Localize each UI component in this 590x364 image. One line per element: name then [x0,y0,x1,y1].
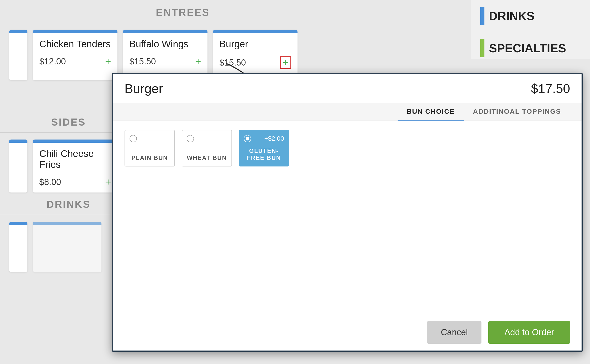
add-to-order-button[interactable]: Add to Order [488,321,570,344]
card-top-bar [9,140,27,143]
menu-card-partial-1 [9,30,27,80]
drinks-tab-label: DRINKS [489,9,535,23]
specialties-tab[interactable]: SPECIALTIES [471,32,590,64]
card-top-bar [123,30,207,33]
drinks-grid [9,215,128,279]
bun-option-gluten-free[interactable]: +$2.00 GLUTEN-FREE BUN [239,130,289,166]
bun-options-group: PLAIN BUN WHEAT BUN +$2.00 GLUTEN-FREE B… [125,130,570,166]
modal-title: Burger [125,81,163,96]
burger-price: $15.50 [219,58,246,68]
drinks-partial-card-1 [9,222,27,272]
plain-bun-label: PLAIN BUN [131,154,168,162]
radio-gluten-free[interactable] [244,135,251,142]
card-top-bar [9,30,27,33]
radio-wheat[interactable] [187,135,194,142]
menu-card-chicken-tenders[interactable]: Chicken Tenders $12.00 + [33,30,118,80]
drinks-tab-bar [480,7,484,25]
chili-cheese-fries-add-button[interactable]: + [105,177,111,187]
card-top-bar [9,222,27,225]
card-top-bar [213,30,298,33]
radio-plain[interactable] [130,135,137,142]
bun-option-wheat[interactable]: WHEAT BUN [182,130,232,166]
buffalo-wings-name: Buffalo Wings [129,39,201,50]
menu-card-buffalo-wings[interactable]: Buffalo Wings $15.50 + [123,30,207,80]
menu-card-chili-cheese-fries[interactable]: Chili Cheese Fries $8.00 + [33,140,118,193]
card-top-bar [33,140,118,143]
drinks-tab[interactable]: DRINKS [471,0,590,32]
card-top-bar [33,30,118,33]
modal-tabs-bar: BUN CHOICE ADDITINOAL TOPPINGS [113,103,582,121]
gluten-free-upcharge: +$2.00 [264,135,284,142]
bun-option-plain[interactable]: PLAIN BUN [125,130,175,166]
modal-footer: Cancel Add to Order [113,314,582,351]
buffalo-wings-add-button[interactable]: + [195,56,201,66]
buffalo-wings-price: $15.50 [129,57,156,66]
menu-card-burger[interactable]: Burger $15.50 + [213,30,298,80]
specialties-tab-bar [480,39,484,57]
specialties-tab-label: SPECIALTIES [489,41,566,55]
sides-grid: Chili Cheese Fries $8.00 + [9,133,128,199]
burger-name: Burger [219,39,291,50]
tab-additional-toppings[interactable]: ADDITINOAL TOPPINGS [464,103,570,121]
radio-inner [246,137,249,140]
chicken-tenders-name: Chicken Tenders [39,39,111,50]
gluten-free-bun-label: GLUTEN-FREE BUN [244,147,284,162]
modal-content: PLAIN BUN WHEAT BUN +$2.00 GLUTEN-FREE B… [113,121,582,314]
sides-partial-card-1 [9,140,27,193]
chicken-tenders-price: $12.00 [39,57,66,66]
burger-modal: Burger $17.50 BUN CHOICE ADDITINOAL TOPP… [112,73,583,352]
cancel-button[interactable]: Cancel [427,321,481,344]
modal-header: Burger $17.50 [113,74,582,103]
chili-cheese-fries-price: $8.00 [39,177,61,187]
chili-cheese-fries-name: Chili Cheese Fries [39,148,111,170]
wheat-bun-label: WHEAT BUN [187,154,227,162]
modal-price: $17.50 [531,81,570,96]
card-top-bar [33,222,101,225]
drinks-partial-card-2 [33,222,101,272]
sidebar-tabs: DRINKS SPECIALTIES [471,0,590,59]
tab-bun-choice[interactable]: BUN CHOICE [398,103,464,121]
chicken-tenders-add-button[interactable]: + [105,56,111,66]
burger-add-button[interactable]: + [280,56,291,69]
entrees-header: ENTREES [0,0,366,23]
